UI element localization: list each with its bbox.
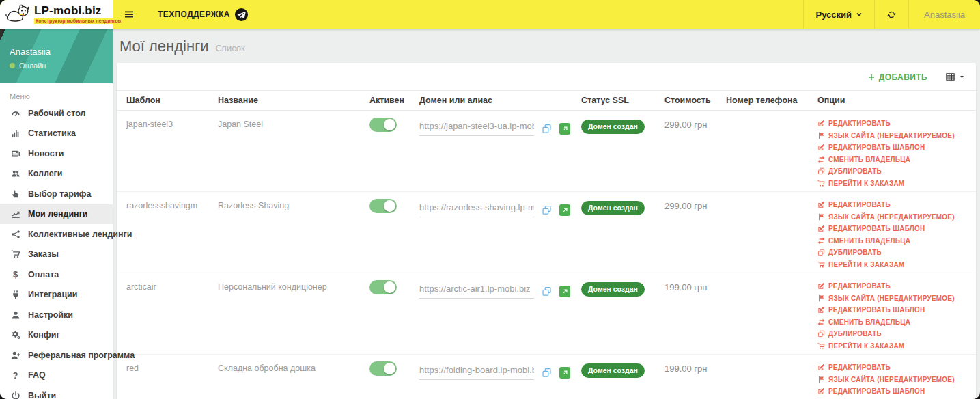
language-dropdown[interactable]: Русский [803,0,874,29]
option-site-language[interactable]: ЯЗЫК САЙТА (НЕРЕДАКТИРУЕМОЕ) [817,213,970,221]
option-edit-template[interactable]: РЕДАКТИРОВАТЬ ШАБЛОН [817,225,970,232]
active-toggle[interactable] [369,199,397,213]
active-toggle[interactable] [369,361,397,376]
domain-input[interactable] [419,284,534,299]
sidebar-item-colleagues[interactable]: Коллеги [0,164,113,184]
ssl-status-badge: Домен создан [581,363,645,378]
option-go-to-orders[interactable]: ПЕРЕЙТИ К ЗАКАЗАМ [817,261,970,269]
ssl-status-badge: Домен создан [581,201,645,215]
domain-cell [419,365,570,380]
option-change-owner[interactable]: СМЕНИТЬ ВЛАДЕЛЬЦА [817,156,970,163]
online-status-label: Онлайн [19,61,46,70]
option-edit[interactable]: РЕДАКТИРОВАТЬ [817,201,970,208]
support-button[interactable]: ТЕХПОДДЕРЖКА [145,0,260,29]
option-label: ЯЗЫК САЙТА (НЕРЕДАКТИРУЕМОЕ) [828,294,955,302]
telegram-icon [235,8,248,21]
price-cell: 299.00 грн [664,201,708,211]
exchange-icon [817,318,825,326]
option-duplicate[interactable]: ДУБЛИРОВАТЬ [817,249,970,256]
open-site-button[interactable] [559,123,570,135]
columns-dropdown-button[interactable] [945,72,965,82]
option-change-owner[interactable]: СМЕНИТЬ ВЛАДЕЛЬЦА [817,318,970,326]
domain-input[interactable] [419,121,534,136]
option-duplicate[interactable]: ДУБЛИРОВАТЬ [817,167,970,175]
sidebar-item-referral[interactable]: Реферальная программа [0,345,113,366]
option-label: ПЕРЕЙТИ К ЗАКАЗАМ [828,180,904,187]
edit-icon [817,225,825,232]
option-site-language[interactable]: ЯЗЫК САЙТА (НЕРЕДАКТИРУЕМОЕ) [817,376,970,383]
col-price: Стоимость [659,91,720,111]
sidebar-item-payment[interactable]: $Оплата [0,264,113,285]
sidebar-toggle-button[interactable] [113,0,145,29]
col-active: Активен [364,91,414,111]
sidebar-item-logout[interactable]: Выйти [0,385,113,399]
domain-input[interactable] [419,365,534,380]
sidebar-item-integrations[interactable]: Интеграции [0,285,113,305]
brand-logo[interactable]: LP-mobi.biz Конструктор мобильных лендин… [0,0,113,29]
sidebar-item-orders[interactable]: Заказы [0,245,113,265]
sidebar-item-label: Новости [28,149,64,159]
option-edit-template[interactable]: РЕДАКТИРОВАТЬ ШАБЛОН [817,143,970,151]
exchange-icon [817,237,825,245]
cart-icon [817,180,825,187]
add-button-label: ДОБАВИТЬ [879,72,927,82]
sidebar-item-settings[interactable]: Настройки [0,305,113,325]
option-label: РЕДАКТИРОВАТЬ [828,120,891,127]
topbar-right: Русский Anastasiia [803,0,980,29]
copy-domain-icon[interactable] [542,205,552,217]
domain-input[interactable] [419,202,534,217]
share-icon [10,229,21,239]
phone-cell [720,355,812,399]
open-site-button[interactable] [559,367,570,379]
sidebar-item-dashboard[interactable]: Рабочий стол [0,103,113,124]
hand-pointer-icon [10,189,21,199]
page-header: Мої лендінги Список [117,29,976,63]
copy-domain-icon[interactable] [542,368,552,380]
active-toggle[interactable] [369,280,397,294]
active-toggle[interactable] [369,118,397,132]
sidebar-item-news[interactable]: Новости [0,143,113,164]
topbar: LP-mobi.biz Конструктор мобильных лендин… [0,0,980,29]
news-icon [10,148,21,159]
option-label: РЕДАКТИРОВАТЬ [828,363,891,371]
sidebar-item-my-landings[interactable]: Мои лендинги [0,204,113,225]
phone-cell [720,192,812,273]
option-label: РЕДАКТИРОВАТЬ ШАБЛОН [828,306,925,314]
option-duplicate[interactable]: ДУБЛИРОВАТЬ [817,330,970,338]
open-site-button[interactable] [559,286,570,297]
refresh-button[interactable] [874,0,908,29]
option-site-language[interactable]: ЯЗЫК САЙТА (НЕРЕДАКТИРУЕМОЕ) [817,132,970,139]
option-label: ЯЗЫК САЙТА (НЕРЕДАКТИРУЕМОЕ) [828,132,955,139]
add-button[interactable]: ДОБАВИТЬ [867,72,927,82]
plus-icon [867,73,876,81]
copy-domain-icon[interactable] [542,124,552,136]
option-edit-template[interactable]: РЕДАКТИРОВАТЬ ШАБЛОН [817,387,970,395]
language-label: Русский [815,10,852,20]
sidebar-item-config[interactable]: Конфиг [0,325,113,346]
domain-cell [419,121,570,136]
sidebar-item-faq[interactable]: ?FAQ [0,366,113,386]
option-edit-template[interactable]: РЕДАКТИРОВАТЬ ШАБЛОН [817,306,970,314]
sidebar-item-stats[interactable]: Статистика [0,124,113,144]
option-go-to-orders[interactable]: ПЕРЕЙТИ К ЗАКАЗАМ [817,180,970,187]
open-site-button[interactable] [559,204,570,216]
sidebar-item-tariff[interactable]: Выбор тарифа [0,184,113,204]
name-cell: Razorless Shaving [212,192,364,273]
cart-icon [817,261,825,269]
copy-domain-icon[interactable] [542,286,552,299]
option-edit[interactable]: РЕДАКТИРОВАТЬ [817,120,970,127]
cart-icon [817,342,825,350]
table-row: red Складна обробна дошка Домен создан 1… [117,355,976,399]
edit-icon [817,306,825,314]
app-window: LP-mobi.biz Конструктор мобильных лендин… [0,0,980,399]
option-label: ДУБЛИРОВАТЬ [828,249,882,256]
option-go-to-orders[interactable]: ПЕРЕЙТИ К ЗАКАЗАМ [817,342,970,350]
option-edit[interactable]: РЕДАКТИРОВАТЬ [817,282,970,290]
user-menu[interactable]: Anastasiia [908,0,980,29]
option-site-language[interactable]: ЯЗЫК САЙТА (НЕРЕДАКТИРУЕМОЕ) [817,294,970,302]
option-change-owner[interactable]: СМЕНИТЬ ВЛАДЕЛЬЦА [817,237,970,245]
sidebar-item-collective-landings[interactable]: Коллективные лендинги [0,224,113,245]
toggle-knob [384,200,395,212]
options-cell: РЕДАКТИРОВАТЬЯЗЫК САЙТА (НЕРЕДАКТИРУЕМОЕ… [817,201,970,273]
option-edit[interactable]: РЕДАКТИРОВАТЬ [817,363,970,371]
